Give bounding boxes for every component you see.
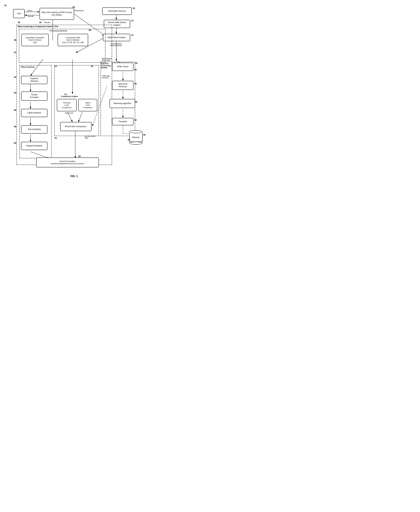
diagram-wrapper: 10 User Query Results Web User Interface… bbox=[3, 3, 145, 171]
ref-34: 34 bbox=[135, 62, 137, 64]
ref-40: 40 bbox=[134, 83, 137, 85]
result-sets-label: Result sets bbox=[65, 112, 73, 114]
memory-cylinder: Memory bbox=[129, 130, 142, 145]
pre-processed-label: pre-processed data bbox=[85, 135, 95, 139]
label-enhancer-box: Label Enhancer bbox=[21, 109, 47, 117]
ref-24: 24 bbox=[73, 6, 75, 8]
ref-50: 50 bbox=[78, 155, 81, 158]
cylinder-top bbox=[129, 130, 142, 133]
ref-58: 58 bbox=[14, 125, 16, 128]
object-level-box: Object Level Comparison bbox=[78, 99, 97, 111]
ref-16: 16 bbox=[133, 7, 135, 9]
cluster-formation-box: Cluster Formation bbox=[21, 92, 47, 101]
ref-52: 52 bbox=[14, 76, 16, 78]
result-sets-comparison-box: Result Sets Comparison bbox=[60, 122, 91, 131]
diagram-container: 10 User Query Results Web User Interface… bbox=[3, 3, 145, 178]
processing-modules-label: Processing Modules bbox=[49, 30, 67, 32]
comparative-web-box: Comparative Web Search Interface (DQ, DT… bbox=[58, 34, 88, 46]
ref-20: 20 bbox=[18, 21, 20, 23]
quantitative-eval-box: Quantitative Evaluation Search Interface… bbox=[22, 34, 49, 46]
ref-48: 48 bbox=[89, 29, 91, 31]
snippet-evaluation-box: Snippet Evaluation bbox=[21, 142, 47, 150]
user-box: User bbox=[13, 9, 25, 18]
ref-92: 92 bbox=[134, 119, 137, 121]
ref-38: 38 bbox=[143, 134, 145, 136]
translator-box: Translator bbox=[112, 118, 134, 125]
parameters-label: Parameters bbox=[75, 10, 84, 12]
ref-72: 72 bbox=[54, 65, 57, 68]
ref-54: 54 bbox=[14, 92, 16, 94]
cylinder-body: Memory bbox=[129, 133, 142, 142]
fig-label: FIG. 1 bbox=[3, 175, 145, 178]
ref-32: 32 bbox=[14, 51, 16, 53]
keyword-selection-box: Keyword Selection bbox=[21, 76, 47, 84]
ref-70: 70 bbox=[91, 65, 93, 68]
ref-36: 36 bbox=[134, 69, 137, 71]
html-tags-label: HTML tags removed bbox=[102, 75, 110, 79]
thematic-level-box: Thematic Level Comparison bbox=[57, 99, 77, 111]
ref-56: 56 bbox=[14, 109, 16, 111]
results-bottom-label: Results bbox=[44, 22, 50, 23]
web-ui-box: Web User Interface (HTML Forms) CGI (PER… bbox=[39, 8, 74, 20]
result-presentation-box: Result Presentation (ranked lists/labele… bbox=[36, 158, 99, 167]
ref-14: 14 bbox=[131, 19, 133, 22]
sub-clustering-box: Sub-clustering bbox=[21, 125, 47, 134]
information-sources-box: Information Sources bbox=[102, 8, 132, 15]
results-top-label: Results bbox=[28, 15, 34, 17]
cylinder-bottom bbox=[129, 142, 142, 145]
ref-76: 76 bbox=[54, 137, 57, 139]
comparison-engine-label: Comparison engine bbox=[61, 95, 78, 97]
meta-clustering-label: Meta-clustering bbox=[21, 66, 34, 68]
ref-42: 42 bbox=[135, 101, 137, 103]
ref-22: 22 bbox=[39, 21, 42, 23]
meta-clustering-tool-label: Meta-clustering & Comparison Search Tool bbox=[18, 25, 58, 28]
query-label: Query bbox=[27, 10, 32, 12]
html-parser-box: HTML Parser bbox=[112, 63, 134, 71]
ref-46: 46 bbox=[14, 39, 16, 41]
data-preprocessing-label: Data Pre- Processing Module bbox=[101, 63, 111, 69]
ref-60: 60 bbox=[14, 142, 16, 144]
ref-44: 44 bbox=[128, 138, 130, 141]
stemming-algorithm-box: Stemming Algorithm bbox=[110, 99, 135, 108]
ref-10: 10 bbox=[4, 4, 7, 7]
stop-word-removal-box: Stop word Removal bbox=[112, 81, 134, 90]
ref-12: 12 bbox=[131, 34, 133, 36]
